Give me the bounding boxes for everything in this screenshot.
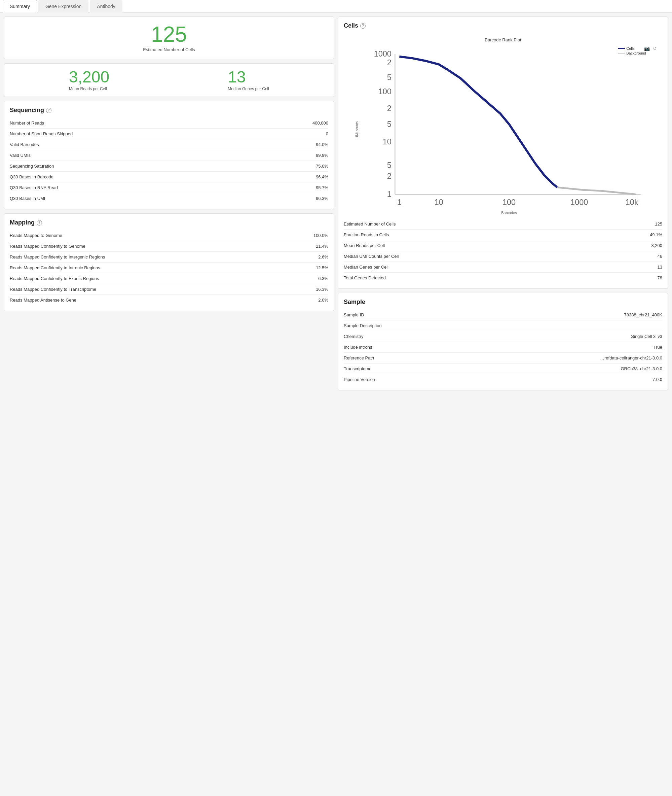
row-value: 96.3% [316,196,328,201]
table-row: Median UMI Counts per Cell46 [344,251,662,262]
mean-reads-stat: 3,200 Mean Reads per Cell [69,69,109,91]
sequencing-header: Sequencing ? [10,107,328,114]
median-genes-stat: 13 Median Genes per Cell [228,69,269,91]
mapping-header: Mapping ? [10,219,328,226]
hero-label: Estimated Number of Cells [10,47,328,52]
row-value: 99.9% [316,153,328,158]
row-label: Chemistry [344,334,628,339]
table-row: Valid Barcodes94.0% [10,140,328,150]
svg-text:1: 1 [397,198,402,207]
row-value: …refdata-cellranger-chr21-3.0.0 [600,355,662,361]
y-axis-label: UMI counts [355,122,359,139]
row-value: 3,200 [651,243,662,248]
svg-text:10: 10 [435,198,443,207]
mean-reads-number: 3,200 [69,69,109,85]
table-row: Reads Mapped Confidently to Intergenic R… [10,252,328,263]
left-column: 125 Estimated Number of Cells 3,200 Mean… [4,16,334,390]
row-label: Include introns [344,345,651,350]
row-label: Q30 Bases in UMI [10,196,313,201]
cells-help-icon[interactable]: ? [360,23,366,29]
table-row: Q30 Bases in Barcode96.4% [10,172,328,183]
row-value: 96.4% [316,174,328,180]
svg-text:5: 5 [387,73,392,82]
table-row: Valid UMIs99.9% [10,150,328,161]
row-label: Q30 Bases in RNA Read [10,185,313,190]
row-value: 13 [658,265,662,270]
row-value: 400,000 [312,120,328,125]
row-label: Reads Mapped Antisense to Gene [10,297,315,303]
row-value: 16.3% [316,287,328,292]
table-row: Reads Mapped Confidently to Intronic Reg… [10,263,328,273]
tab-bar: Summary Gene Expression Antibody [0,0,672,13]
tab-gene-expression[interactable]: Gene Expression [38,0,88,13]
row-label: Reads Mapped to Genome [10,233,311,238]
table-row: Total Genes Detected78 [344,273,662,283]
svg-text:1: 1 [387,190,392,199]
row-value: 2.6% [318,254,328,260]
row-label: Sample ID [344,312,622,318]
svg-text:10k: 10k [626,198,638,207]
legend-cells: Cells [618,47,646,50]
mapping-help-icon[interactable]: ? [37,220,42,226]
svg-text:1000: 1000 [374,50,392,58]
tab-summary[interactable]: Summary [3,0,37,13]
row-value: 12.5% [316,265,328,270]
table-row: Reads Mapped to Genome100.0% [10,230,328,241]
sample-table: Sample ID78388_chr21_400KSample Descript… [344,310,662,385]
row-value: 49.1% [650,232,662,237]
row-value: Single Cell 3' v3 [631,334,662,339]
row-label: Sample Description [344,323,659,328]
row-label: Reads Mapped Confidently to Intronic Reg… [10,265,313,270]
table-row: Reads Mapped Confidently to Transcriptom… [10,284,328,295]
table-row: ChemistrySingle Cell 3' v3 [344,331,662,342]
right-column: Cells ? Barcode Rank Plot 📷 ↺ Cells [338,16,668,390]
row-label: Number of Reads [10,120,310,125]
row-value: GRCh38_chr21-3.0.0 [621,366,662,371]
svg-text:100: 100 [502,198,515,207]
row-label: Reads Mapped Confidently to Transcriptom… [10,287,313,292]
table-row: Fraction Reads in Cells49.1% [344,229,662,240]
table-row: Estimated Number of Cells125 [344,219,662,229]
cells-header: Cells ? [344,22,662,29]
svg-text:2: 2 [387,58,392,67]
row-label: Reads Mapped Confidently to Exonic Regio… [10,276,315,281]
sequencing-help-icon[interactable]: ? [46,108,51,113]
table-row: Reads Mapped Confidently to Exonic Regio… [10,273,328,284]
table-row: Reference Path…refdata-cellranger-chr21-… [344,353,662,364]
row-label: Mean Reads per Cell [344,243,648,248]
svg-text:100: 100 [378,87,392,96]
row-value: 6.3% [318,276,328,281]
row-label: Total Genes Detected [344,275,655,280]
median-genes-label: Median Genes per Cell [228,87,269,91]
row-label: Median UMI Counts per Cell [344,254,655,259]
chart-area: Barcode Rank Plot 📷 ↺ Cells [344,33,662,219]
row-label: Transcriptome [344,366,618,371]
row-label: Valid Barcodes [10,142,313,147]
row-value: 100.0% [314,233,328,238]
main-layout: 125 Estimated Number of Cells 3,200 Mean… [0,13,672,395]
table-row: TranscriptomeGRCh38_chr21-3.0.0 [344,364,662,374]
table-row: Median Genes per Cell13 [344,262,662,273]
svg-text:2: 2 [387,104,392,113]
row-label: Estimated Number of Cells [344,221,652,226]
svg-text:5: 5 [387,161,392,170]
mapping-table: Reads Mapped to Genome100.0%Reads Mapped… [10,230,328,305]
row-label: Reads Mapped Confidently to Genome [10,244,313,249]
svg-text:2: 2 [387,172,392,180]
cells-card: Cells ? Barcode Rank Plot 📷 ↺ Cells [338,16,668,289]
table-row: Include intronsTrue [344,342,662,353]
sample-card: Sample Sample ID78388_chr21_400KSample D… [338,293,668,390]
row-label: Pipeline Version [344,377,650,382]
table-row: Sample ID78388_chr21_400K [344,310,662,320]
row-value: 46 [658,254,662,259]
row-label: Median Genes per Cell [344,265,655,270]
table-row: Pipeline Version7.0.0 [344,374,662,385]
row-value: 78 [658,275,662,280]
legend-background: Background [618,51,646,55]
row-label: Valid UMIs [10,153,313,158]
hero-stat-card: 125 Estimated Number of Cells [4,16,334,59]
row-value: 0 [326,131,328,136]
table-row: Sample Description [344,320,662,331]
tab-antibody[interactable]: Antibody [90,0,122,13]
sequencing-table: Number of Reads400,000Number of Short Re… [10,118,328,204]
